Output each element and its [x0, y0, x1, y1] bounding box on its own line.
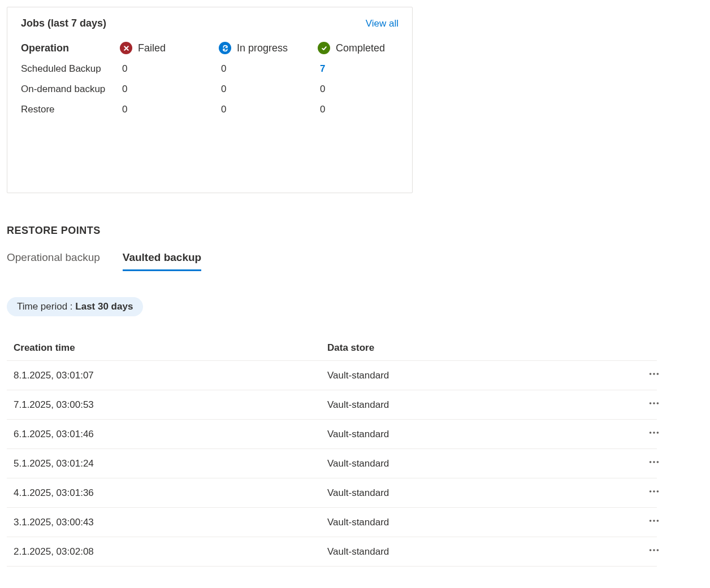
svg-point-12: [650, 490, 652, 493]
table-row: 3.1.2025, 03:00:43Vault-standard: [7, 508, 657, 537]
svg-point-2: [657, 373, 659, 375]
svg-point-8: [657, 432, 659, 434]
svg-point-4: [653, 402, 655, 404]
in-progress-count: 0: [219, 61, 318, 75]
completed-label: Completed: [336, 42, 385, 54]
failed-header: Failed: [120, 42, 219, 54]
svg-point-20: [657, 549, 659, 551]
svg-point-6: [650, 432, 652, 434]
completed-count: 0: [318, 81, 400, 95]
svg-point-5: [657, 402, 659, 404]
table-row: 5.1.2025, 03:01:24Vault-standard: [7, 449, 657, 478]
operation-cell: On-demand backup: [21, 81, 120, 95]
failed-count: 0: [120, 102, 219, 115]
cell-data-store: Vault-standard: [327, 458, 627, 469]
svg-point-14: [657, 490, 659, 493]
table-row: 6.1.2025, 03:01:46Vault-standard: [7, 420, 657, 449]
cell-data-store: Vault-standard: [327, 399, 627, 411]
operation-cell: Scheduled Backup: [21, 61, 120, 75]
failed-icon: [120, 42, 132, 54]
tab-operational-backup[interactable]: Operational backup: [7, 251, 100, 271]
col-data-store: Data store: [327, 342, 627, 354]
failed-label: Failed: [138, 42, 166, 54]
in-progress-label: In progress: [237, 42, 288, 54]
completed-count: 0: [318, 102, 400, 115]
cell-creation-time: 5.1.2025, 03:01:24: [14, 458, 327, 469]
cell-data-store: Vault-standard: [327, 517, 627, 528]
row-actions-button[interactable]: [627, 426, 664, 442]
table-row: 4.1.2025, 03:01:36Vault-standard: [7, 478, 657, 508]
restore-points-title: RESTORE POINTS: [7, 225, 703, 237]
jobs-title: Jobs (last 7 days): [21, 18, 106, 29]
failed-count: 0: [120, 81, 219, 95]
svg-point-3: [650, 402, 652, 404]
in-progress-count: 0: [219, 102, 318, 115]
pill-label: Time period :: [17, 301, 75, 312]
completed-header: Completed: [318, 42, 400, 54]
row-actions-button[interactable]: [627, 456, 664, 471]
svg-point-11: [657, 461, 659, 463]
ellipsis-icon: [648, 515, 660, 530]
row-actions-button[interactable]: [627, 397, 664, 412]
cell-data-store: Vault-standard: [327, 370, 627, 381]
table-row: 2.1.2025, 03:02:08Vault-standard: [7, 537, 657, 567]
row-actions-button[interactable]: [627, 544, 664, 559]
svg-point-15: [650, 520, 652, 522]
cell-data-store: Vault-standard: [327, 546, 627, 557]
in-progress-icon: [219, 42, 231, 54]
cell-creation-time: 3.1.2025, 03:00:43: [14, 517, 327, 528]
completed-count-link[interactable]: 7: [318, 61, 400, 75]
restore-points-tabs: Operational backup Vaulted backup: [7, 251, 703, 271]
svg-point-18: [650, 549, 652, 551]
svg-point-13: [653, 490, 655, 493]
pill-value: Last 30 days: [75, 301, 133, 312]
in-progress-count: 0: [219, 81, 318, 95]
ellipsis-icon: [648, 456, 660, 471]
cell-data-store: Vault-standard: [327, 429, 627, 440]
completed-icon: [318, 42, 330, 54]
row-actions-button[interactable]: [627, 515, 664, 530]
col-creation-time: Creation time: [14, 342, 327, 354]
tab-vaulted-backup[interactable]: Vaulted backup: [123, 251, 201, 271]
svg-point-7: [653, 432, 655, 434]
cell-creation-time: 7.1.2025, 03:00:53: [14, 399, 327, 411]
cell-creation-time: 2.1.2025, 03:02:08: [14, 546, 327, 557]
table-header: Creation time Data store: [7, 342, 657, 361]
row-actions-button[interactable]: [627, 368, 664, 383]
operation-header: Operation: [21, 42, 120, 54]
svg-point-17: [657, 520, 659, 522]
failed-count: 0: [120, 61, 219, 75]
ellipsis-icon: [648, 368, 660, 383]
restore-points-table: Creation time Data store 8.1.2025, 03:01…: [7, 342, 657, 567]
table-row: 7.1.2025, 03:00:53Vault-standard: [7, 390, 657, 420]
cell-creation-time: 6.1.2025, 03:01:46: [14, 429, 327, 440]
jobs-grid: Operation Failed In progress Completed S…: [21, 42, 399, 115]
jobs-card: Jobs (last 7 days) View all Operation Fa…: [7, 7, 413, 193]
cell-data-store: Vault-standard: [327, 487, 627, 499]
time-period-pill[interactable]: Time period : Last 30 days: [7, 297, 143, 316]
svg-point-0: [650, 373, 652, 375]
in-progress-header: In progress: [219, 42, 318, 54]
svg-point-10: [653, 461, 655, 463]
ellipsis-icon: [648, 397, 660, 412]
svg-point-1: [653, 373, 655, 375]
row-actions-button[interactable]: [627, 485, 664, 500]
svg-point-16: [653, 520, 655, 522]
table-row: 8.1.2025, 03:01:07Vault-standard: [7, 361, 657, 390]
cell-creation-time: 4.1.2025, 03:01:36: [14, 487, 327, 499]
operation-cell: Restore: [21, 102, 120, 115]
ellipsis-icon: [648, 426, 660, 442]
ellipsis-icon: [648, 544, 660, 559]
jobs-card-header: Jobs (last 7 days) View all: [21, 18, 399, 29]
svg-point-19: [653, 549, 655, 551]
svg-point-9: [650, 461, 652, 463]
cell-creation-time: 8.1.2025, 03:01:07: [14, 370, 327, 381]
ellipsis-icon: [648, 485, 660, 500]
view-all-link[interactable]: View all: [366, 18, 399, 29]
